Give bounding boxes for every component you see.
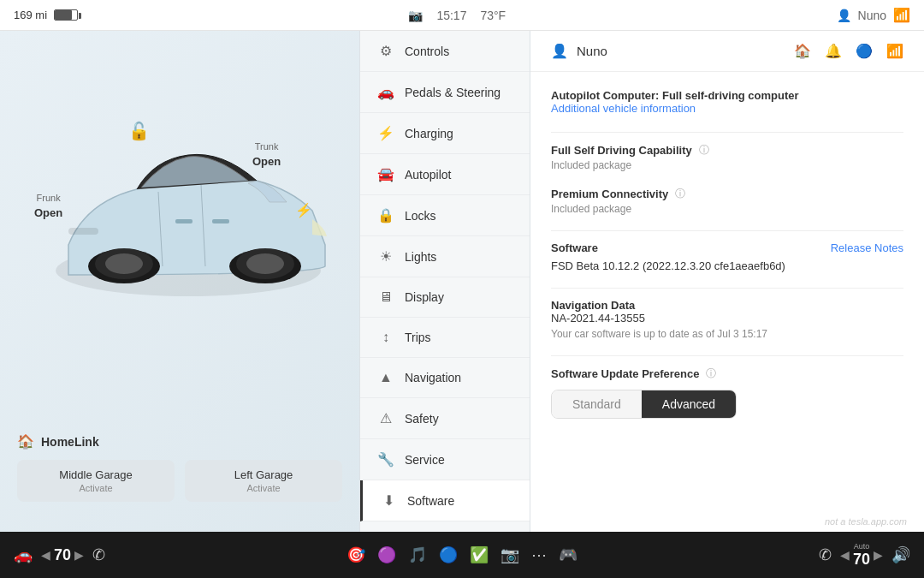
nav-label-3: Autopilot — [405, 168, 451, 182]
phone-right-icon[interactable]: ✆ — [819, 545, 832, 564]
nav-label-9: Safety — [405, 412, 439, 426]
camera-icon: 📷 — [408, 9, 423, 22]
left-speed-down[interactable]: ◀ — [41, 548, 50, 562]
software-title: Software — [551, 241, 598, 254]
left-garage-button[interactable]: Left Garage Activate — [185, 460, 342, 502]
right-speed-up[interactable]: ▶ — [874, 548, 883, 562]
charge-icon: ⚡ — [295, 202, 312, 218]
nav-item-trips[interactable]: ↕Trips — [360, 318, 530, 358]
home-header-icon[interactable]: 🏠 — [794, 43, 811, 59]
nav-icon-9: ⚠ — [377, 410, 394, 426]
nav-data-title: Navigation Data — [551, 299, 903, 312]
premium-sub: Included package — [551, 203, 903, 215]
photo-icon[interactable]: 📷 — [500, 545, 519, 564]
nav-item-locks[interactable]: 🔒Locks — [360, 195, 530, 236]
toggle-group: Standard Advanced — [551, 390, 737, 419]
software-header: Software Release Notes — [551, 241, 903, 254]
nav-icon-1: 🚗 — [377, 84, 394, 100]
bluetooth-header-icon[interactable]: 🔵 — [856, 43, 873, 59]
left-speed-group: ◀ 70 ▶ — [41, 546, 84, 564]
middle-garage-sub: Activate — [26, 483, 166, 493]
nav-icon-5: ☀ — [377, 248, 394, 265]
nav-icon-6: 🖥 — [377, 289, 394, 305]
user-icon: 👤 — [837, 9, 851, 22]
check-icon[interactable]: ✅ — [470, 545, 489, 564]
username: Nuno — [858, 9, 886, 22]
vehicle-info-link[interactable]: Additional vehicle information — [551, 102, 903, 115]
temperature-display: 73°F — [480, 9, 506, 22]
svg-point-8 — [246, 253, 284, 274]
premium-label: Premium Connectivity — [551, 188, 668, 200]
nav-label-8: Navigation — [405, 371, 461, 384]
nav-item-navigation[interactable]: ▲Navigation — [360, 358, 530, 398]
nav-item-pedals-and-steering[interactable]: 🚗Pedals & Steering — [360, 72, 530, 113]
left-panel: Trunk Open Frunk Open — [0, 31, 359, 545]
middle-garage-button[interactable]: Middle Garage Activate — [17, 460, 175, 502]
nav-icon-0: ⚙ — [377, 43, 394, 59]
camera-app-icon[interactable]: 🟣 — [377, 545, 396, 564]
car-svg — [43, 134, 334, 322]
nav-label-0: Controls — [405, 45, 449, 58]
nav-icon-3: 🚘 — [377, 166, 394, 182]
nav-label-10: Service — [405, 453, 445, 467]
volume-icon[interactable]: 🔊 — [891, 545, 910, 564]
taskbar: 🚗 ◀ 70 ▶ ✆ 🎯 🟣 🎵 🔵 ✅ 📷 ⋯ 🎮 ✆ ◀ Auto 70 — [0, 532, 924, 578]
nav-icon-4: 🔒 — [377, 207, 394, 223]
spotify-icon[interactable]: 🎵 — [408, 545, 427, 564]
nav-label-1: Pedals & Steering — [405, 86, 500, 99]
nav-item-safety[interactable]: ⚠Safety — [360, 398, 530, 439]
middle-garage-label: Middle Garage — [26, 468, 166, 481]
header-icons: 🏠 🔔 🔵 📶 — [794, 43, 903, 59]
taskbar-right: ✆ ◀ Auto 70 ▶ 🔊 — [819, 542, 910, 569]
right-speed: 70 — [853, 551, 870, 568]
autopilot-computer-title: Autopilot Computer: Full self-driving co… — [551, 89, 903, 102]
status-right: 👤 Nuno 📶 — [837, 7, 910, 23]
lock-icon: 🔓 — [128, 121, 150, 141]
right-speed-down[interactable]: ◀ — [840, 548, 850, 562]
nav-item-autopilot[interactable]: 🚘Autopilot — [360, 154, 530, 195]
update-pref-row: Software Update Preference ⓘ Standard Ad… — [551, 366, 903, 419]
nav-item-service[interactable]: 🔧Service — [360, 439, 530, 480]
nav-icon-10: 🔧 — [377, 451, 394, 468]
nav-label-7: Trips — [405, 331, 431, 344]
divider-4 — [551, 355, 903, 356]
nav-label-5: Lights — [405, 250, 436, 264]
more-icon[interactable]: ⋯ — [531, 545, 547, 564]
nav-data-row: Navigation Data NA-2021.44-13555 Your ca… — [551, 299, 903, 340]
status-left: 169 mi — [14, 9, 78, 21]
svg-rect-10 — [212, 219, 229, 223]
fsd-sub: Included package — [551, 159, 903, 171]
standard-toggle[interactable]: Standard — [552, 390, 642, 418]
nav-label-4: Locks — [405, 209, 436, 223]
nav-item-controls[interactable]: ⚙Controls — [360, 31, 530, 72]
divider-1 — [551, 132, 903, 133]
premium-row: Premium Connectivity ⓘ Included package — [551, 187, 903, 215]
nav-icon-7: ↕ — [377, 330, 394, 345]
bluetooth-taskbar-icon[interactable]: 🔵 — [439, 545, 458, 564]
nav-item-charging[interactable]: ⚡Charging — [360, 113, 530, 154]
battery-fill — [55, 10, 72, 20]
wifi-header-icon[interactable]: 📶 — [886, 43, 903, 59]
advanced-toggle[interactable]: Advanced — [642, 390, 736, 418]
homelink-header: 🏠 HomeLink — [17, 433, 342, 450]
car-taskbar-icon[interactable]: 🚗 — [14, 545, 33, 564]
user-info: 👤 Nuno — [551, 43, 607, 59]
nav-label-2: Charging — [405, 127, 453, 140]
divider-3 — [551, 288, 903, 289]
nav-icon-8: ▲ — [377, 370, 394, 385]
nav-item-display[interactable]: 🖥Display — [360, 277, 530, 318]
puzzle-icon[interactable]: 🎮 — [559, 545, 578, 564]
watermark: not a tesla.app.com — [825, 516, 907, 527]
target-icon[interactable]: 🎯 — [346, 545, 365, 564]
phone-left-icon[interactable]: ✆ — [92, 545, 105, 564]
battery-icon — [54, 9, 78, 21]
nav-item-lights[interactable]: ☀Lights — [360, 236, 530, 277]
time-display: 15:17 — [436, 9, 466, 22]
bell-icon[interactable]: 🔔 — [825, 43, 842, 59]
taskbar-left: 🚗 ◀ 70 ▶ ✆ — [14, 545, 105, 564]
left-speed-up[interactable]: ▶ — [74, 548, 84, 562]
nav-item-software[interactable]: ⬇Software — [360, 480, 530, 521]
divider-2 — [551, 230, 903, 231]
nav-icon-11: ⬇ — [380, 492, 397, 509]
release-notes-link[interactable]: Release Notes — [831, 241, 903, 254]
